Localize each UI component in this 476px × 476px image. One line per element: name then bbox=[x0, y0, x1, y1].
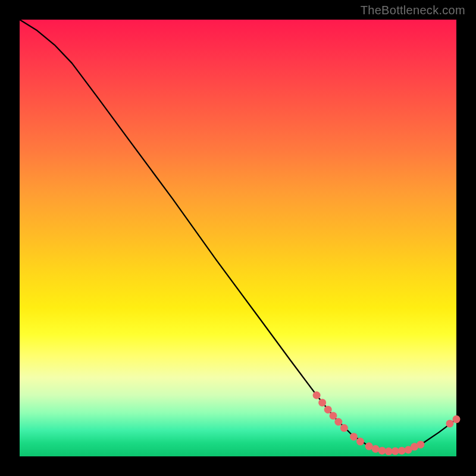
chart-container: TheBottleneck.com bbox=[0, 0, 476, 476]
bottleneck-curve bbox=[20, 20, 456, 451]
data-point bbox=[324, 406, 332, 414]
watermark-text: TheBottleneck.com bbox=[361, 4, 465, 17]
chart-svg bbox=[20, 20, 456, 456]
data-point bbox=[378, 447, 386, 455]
data-points bbox=[313, 392, 461, 455]
data-point bbox=[334, 418, 342, 426]
data-point bbox=[318, 399, 326, 406]
data-point bbox=[350, 433, 358, 440]
data-point bbox=[416, 441, 424, 449]
data-point bbox=[340, 424, 348, 432]
data-point bbox=[453, 415, 461, 423]
data-point bbox=[392, 447, 399, 455]
data-point bbox=[446, 419, 453, 427]
data-point bbox=[398, 447, 406, 455]
data-point bbox=[313, 392, 321, 399]
data-point bbox=[356, 438, 364, 446]
data-point bbox=[330, 412, 337, 419]
data-point bbox=[372, 445, 380, 453]
